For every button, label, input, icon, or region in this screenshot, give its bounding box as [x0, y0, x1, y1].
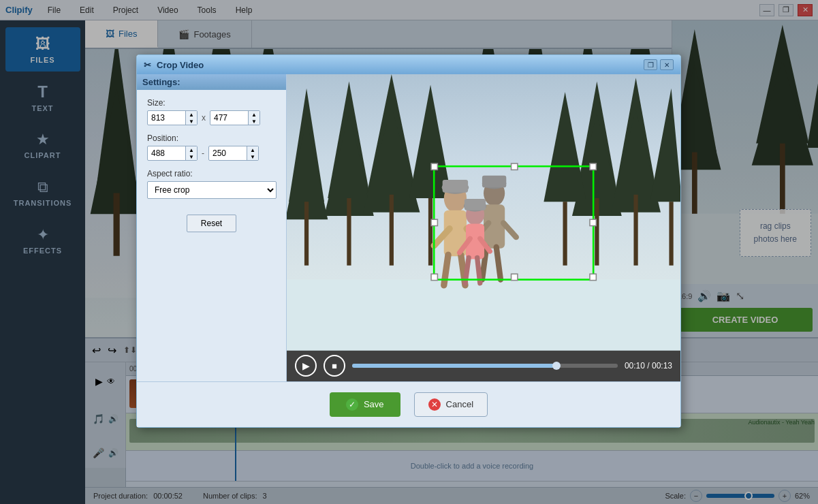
progress-handle[interactable]	[552, 362, 561, 370]
save-check-icon: ✓	[346, 398, 358, 411]
modal-titlebar: ✂ Crop Video ❐ ✕	[137, 55, 680, 74]
pos-y-input[interactable]	[209, 146, 247, 160]
width-down-arrow[interactable]: ▼	[186, 118, 197, 125]
modal-win-buttons: ❐ ✕	[644, 59, 674, 70]
width-input[interactable]	[148, 111, 185, 125]
width-up-arrow[interactable]: ▲	[186, 111, 197, 118]
svg-rect-117	[590, 163, 596, 170]
svg-rect-89	[563, 202, 567, 266]
time-display: 00:10 / 00:13	[625, 361, 672, 371]
svg-rect-82	[595, 198, 599, 266]
pos-y-spinner: ▲ ▼	[208, 146, 259, 161]
svg-rect-68	[287, 280, 680, 351]
modal-video-preview	[287, 74, 680, 351]
play-button[interactable]: ▶	[295, 355, 317, 377]
height-up-arrow[interactable]: ▲	[249, 111, 259, 118]
crop-video-modal: ✂ Crop Video ❐ ✕ Settings: Size:	[136, 54, 681, 428]
reset-button-container: Reset	[147, 209, 276, 232]
modal-body: Settings: Size: ▲ ▼ x	[137, 74, 680, 381]
crop-icon: ✂	[144, 60, 151, 70]
position-row: ▲ ▼ - ▲ ▼	[147, 146, 276, 161]
modal-video-controls: ▶ ⏹ 00:10 / 00:13	[287, 351, 680, 381]
pos-x-up[interactable]: ▲	[186, 146, 197, 153]
pos-y-down[interactable]: ▼	[247, 153, 258, 160]
width-spinner: ▲ ▼	[147, 110, 198, 125]
save-button[interactable]: ✓ Save	[330, 392, 400, 417]
height-down-arrow[interactable]: ▼	[249, 118, 259, 125]
svg-rect-77	[390, 195, 394, 266]
save-label: Save	[364, 399, 384, 409]
pos-x-down[interactable]: ▼	[186, 153, 197, 160]
modal-footer: ✓ Save ✕ Cancel	[137, 381, 680, 427]
settings-header: Settings:	[137, 74, 286, 90]
height-input[interactable]	[210, 111, 248, 125]
svg-rect-119	[590, 219, 596, 225]
cancel-label: Cancel	[446, 399, 473, 409]
crop-preview-svg	[287, 74, 680, 351]
cancel-x-icon: ✕	[428, 398, 441, 411]
svg-rect-121	[512, 274, 518, 280]
svg-rect-85	[633, 195, 638, 266]
pos-x-input[interactable]	[148, 146, 185, 160]
height-spinner: ▲ ▼	[210, 110, 260, 125]
progress-bar[interactable]	[352, 364, 618, 368]
size-label: Size:	[147, 98, 276, 108]
height-arrows: ▲ ▼	[248, 111, 259, 125]
svg-rect-87	[669, 202, 673, 266]
aspect-ratio-field-group: Aspect ratio: Free crop Original 16:9 4:…	[147, 169, 276, 199]
pos-y-up[interactable]: ▲	[247, 146, 258, 153]
modal-overlay: ✂ Crop Video ❐ ✕ Settings: Size:	[0, 0, 818, 504]
svg-rect-71	[304, 202, 309, 266]
svg-rect-122	[590, 274, 596, 280]
aspect-ratio-label: Aspect ratio:	[147, 169, 276, 178]
svg-line-94	[444, 255, 448, 285]
size-separator: x	[202, 113, 206, 123]
cancel-button[interactable]: ✕ Cancel	[414, 392, 488, 417]
reset-button[interactable]: Reset	[187, 215, 236, 232]
pos-x-spinner: ▲ ▼	[147, 146, 198, 161]
modal-settings-panel: Settings: Size: ▲ ▼ x	[137, 74, 287, 381]
svg-rect-116	[512, 163, 518, 170]
svg-rect-113	[465, 199, 486, 210]
svg-rect-79	[428, 198, 432, 266]
width-arrows: ▲ ▼	[185, 111, 197, 125]
position-separator: -	[202, 148, 204, 158]
modal-title: ✂ Crop Video	[144, 60, 204, 70]
pos-y-arrows: ▲ ▼	[247, 146, 258, 160]
size-field-group: Size: ▲ ▼ x ▲	[147, 98, 276, 125]
svg-rect-74	[347, 198, 351, 266]
svg-rect-115	[431, 163, 437, 170]
aspect-ratio-dropdown[interactable]: Free crop Original 16:9 4:3 1:1 9:16	[147, 181, 277, 199]
progress-fill	[352, 364, 556, 368]
pos-x-arrows: ▲ ▼	[185, 146, 197, 160]
svg-rect-120	[431, 274, 437, 280]
stop-button[interactable]: ⏹	[324, 355, 345, 377]
modal-video-panel: ▶ ⏹ 00:10 / 00:13	[287, 74, 680, 381]
svg-rect-97	[443, 180, 468, 193]
modal-close-button[interactable]: ✕	[660, 59, 674, 70]
position-field-group: Position: ▲ ▼ -	[147, 133, 276, 161]
svg-rect-118	[431, 219, 437, 225]
aspect-ratio-select[interactable]: Free crop Original 16:9 4:3 1:1 9:16	[148, 182, 276, 198]
size-row: ▲ ▼ x ▲ ▼	[147, 110, 276, 125]
modal-restore-button[interactable]: ❐	[644, 59, 657, 70]
svg-rect-105	[482, 176, 506, 188]
position-label: Position:	[147, 133, 276, 143]
